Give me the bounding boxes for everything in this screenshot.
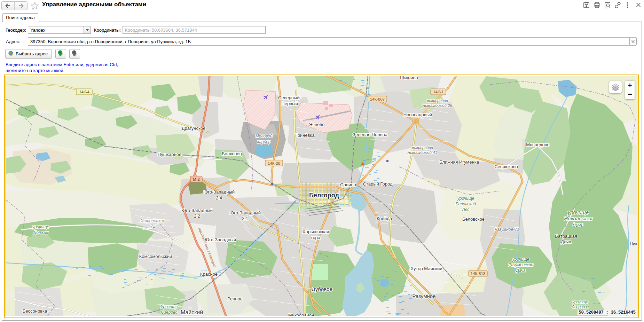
- svg-text:Новосадовый-26: Новосадовый-26: [422, 103, 452, 108]
- svg-text:Болховец: Болховец: [222, 151, 242, 156]
- svg-text:14К-807: 14К-807: [370, 97, 385, 101]
- svg-text:Зеленая Поляна: Зеленая Поляна: [353, 132, 388, 137]
- svg-text:72: 72: [150, 224, 155, 229]
- svg-text:Разумное: Разумное: [412, 293, 435, 299]
- svg-text:Северный-: Северный-: [278, 95, 301, 100]
- svg-text:2.2: 2.2: [194, 213, 200, 219]
- svg-text:урочище: урочище: [32, 225, 49, 229]
- svg-text:Должик: Должик: [33, 230, 49, 235]
- svg-text:Батрацкая: Батрацкая: [555, 234, 577, 239]
- svg-text:урочище: урочище: [567, 209, 589, 215]
- svg-text:Драгунское: Драгунское: [182, 126, 205, 131]
- svg-text:Хутор Майский: Хутор Майский: [411, 266, 442, 271]
- svg-text:Юго-Западный: Юго-Западный: [181, 208, 213, 213]
- svg-text:14К-1: 14К-1: [433, 90, 443, 94]
- svg-text:Юго-Западный: Юго-Западный: [229, 210, 261, 215]
- svg-text:Новосадовый: Новосадовый: [403, 112, 432, 117]
- svg-text:Красное: Красное: [200, 272, 218, 277]
- svg-text:Стрелецкое: Стрелецкое: [141, 218, 165, 223]
- svg-text:14К-28: 14К-28: [268, 161, 280, 165]
- svg-text:Лес: Лес: [462, 207, 470, 212]
- svg-text:Урочище: Урочище: [160, 304, 178, 309]
- svg-text:урочище: урочище: [457, 196, 474, 201]
- svg-text:Нико: Нико: [630, 242, 637, 246]
- svg-text:дача: дача: [573, 222, 584, 228]
- svg-text:Микрорайон: Микрорайон: [288, 313, 314, 316]
- svg-text:гора: гора: [311, 235, 321, 240]
- svg-text:Новосадовый-41: Новосадовый-41: [407, 150, 437, 155]
- svg-text:Дача: Дача: [561, 239, 572, 244]
- svg-text:Майский: Майский: [181, 309, 203, 315]
- svg-text:Дубовое: Дубовое: [312, 286, 332, 292]
- svg-text:2.1: 2.1: [242, 216, 248, 221]
- svg-text:Севрюково: Севрюково: [494, 164, 518, 169]
- svg-text:Дворовое: Дворовое: [571, 305, 589, 309]
- svg-text:Разуменская: Разуменская: [508, 262, 533, 267]
- svg-text:Разумное-71: Разумное-71: [494, 227, 519, 232]
- svg-text:Ячнево: Ячнево: [309, 122, 325, 127]
- svg-text:микрорайон: микрорайон: [411, 146, 433, 150]
- svg-text:Комсомольский: Комсомольский: [139, 254, 172, 259]
- svg-text:Старый Город: Старый Город: [363, 181, 392, 187]
- svg-text:Беловское: Беловское: [462, 217, 485, 222]
- svg-text:Первый: Первый: [281, 101, 298, 106]
- svg-text:урочище: урочище: [512, 257, 529, 262]
- svg-text:Репное: Репное: [227, 296, 243, 301]
- svg-text:Белгород: Белгород: [309, 192, 339, 199]
- svg-text:14К-813: 14К-813: [471, 272, 486, 276]
- svg-text:Юго-Западный: Юго-Западный: [203, 189, 235, 195]
- svg-text:Харьковская: Харьковская: [303, 229, 329, 234]
- svg-text:Юго-Западный: Юго-Западный: [205, 237, 236, 242]
- svg-text:Озерово: Озерово: [161, 310, 178, 315]
- svg-text:Гринёвка: Гринёвка: [295, 133, 315, 138]
- svg-text:Ближняя Игуменка: Ближняя Игуменка: [439, 159, 479, 165]
- svg-text:Савино: Савино: [340, 182, 356, 187]
- svg-text:Дача: Дача: [515, 268, 526, 273]
- svg-text:Крейда: Крейда: [377, 216, 392, 221]
- svg-text:Беловский: Беловский: [456, 202, 476, 206]
- svg-text:микрорайон: микрорайон: [426, 99, 448, 103]
- svg-text:урочище: урочище: [572, 300, 588, 304]
- svg-text:Пушкарное: Пушкарное: [158, 152, 181, 157]
- svg-text:Мясоедово: Мясоедово: [526, 142, 550, 147]
- svg-text:Меловой: Меловой: [255, 134, 272, 139]
- svg-text:2.4: 2.4: [216, 195, 222, 201]
- svg-text:14К-4: 14К-4: [79, 90, 89, 94]
- svg-text:Шишино: Шишино: [400, 76, 418, 80]
- svg-text:карьер: карьер: [257, 139, 271, 144]
- svg-text:Бессоновка: Бессоновка: [23, 308, 47, 314]
- svg-text:Никольская: Никольская: [564, 215, 592, 221]
- svg-text:М-2: М-2: [193, 177, 200, 181]
